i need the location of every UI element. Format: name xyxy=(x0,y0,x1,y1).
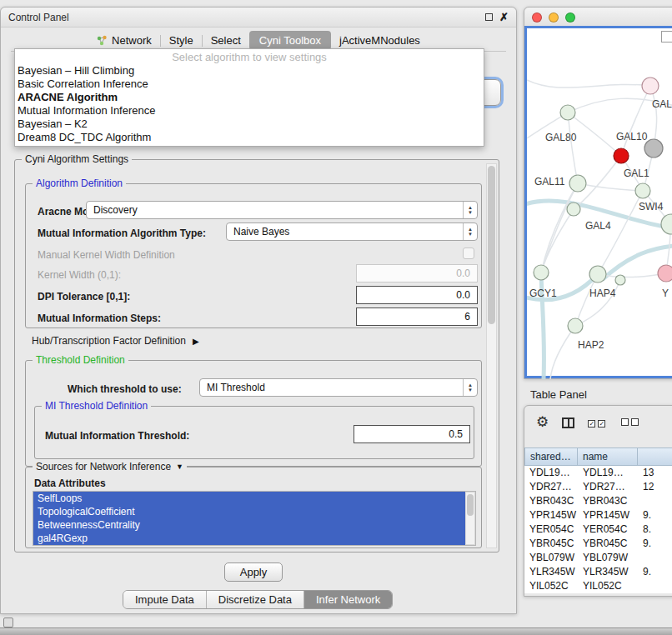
cyni-settings-group: Cyni Algorithm Settings Algorithm Defini… xyxy=(14,159,499,552)
network-node[interactable] xyxy=(534,265,549,280)
which-threshold-combo[interactable]: MI Threshold ▲▼ xyxy=(199,378,478,397)
window-title: Control Panel xyxy=(8,12,69,23)
zoom-traffic-button[interactable] xyxy=(565,12,575,22)
attribute-item-selected[interactable]: TopologicalCoefficient xyxy=(33,505,465,518)
tab-impute-data[interactable]: Impute Data xyxy=(123,591,206,608)
mi-threshold-field[interactable] xyxy=(354,425,470,443)
algorithm-option[interactable]: Bayesian – K2 xyxy=(15,118,484,131)
gear-icon[interactable]: ⚙ xyxy=(536,416,549,429)
algorithm-option-selected[interactable]: ARACNE Algorithm xyxy=(15,91,484,104)
mi-steps-label: Mutual Information Steps: xyxy=(38,312,161,324)
tab-jactivemnodules[interactable]: jActiveMNodules xyxy=(331,31,429,50)
network-node[interactable] xyxy=(567,202,580,216)
sources-group: Sources for Network Inference ▼ Data Att… xyxy=(25,467,482,548)
aracne-mode-value: Discovery xyxy=(87,204,463,216)
apply-button[interactable]: Apply xyxy=(224,562,283,582)
attribute-item-selected[interactable]: gal4RGexp xyxy=(33,532,465,545)
table-row[interactable]: YLR345WYLR345W9. xyxy=(524,565,672,579)
table-header-row: shared… name xyxy=(524,448,672,466)
settings-group-title: Cyni Algorithm Settings xyxy=(22,153,132,166)
data-attributes-list[interactable]: SelfLoops TopologicalCoefficient Between… xyxy=(33,491,476,546)
kernel-width-field[interactable] xyxy=(356,264,478,282)
collapse-arrow-icon: ▼ xyxy=(176,461,183,473)
table-row[interactable]: YER054CYER054C8. xyxy=(524,522,672,537)
node-label: SWI4 xyxy=(639,201,664,212)
deselect-all-checkboxes-icon[interactable] xyxy=(621,417,641,428)
node-label: GAL80 xyxy=(545,132,577,143)
network-node[interactable] xyxy=(569,175,586,192)
algorithm-option[interactable]: Basic Correlation Inference xyxy=(15,78,484,91)
expander-arrow-icon: ▶ xyxy=(193,337,199,346)
network-node[interactable] xyxy=(615,275,625,285)
network-node[interactable] xyxy=(589,266,606,282)
network-node[interactable] xyxy=(635,183,650,198)
minimize-traffic-button[interactable] xyxy=(549,12,559,22)
tab-style[interactable]: Style xyxy=(161,31,202,50)
aracne-mode-combo[interactable]: Discovery ▲▼ xyxy=(86,201,478,219)
sources-group-title: Sources for Network Inference xyxy=(36,461,171,473)
columns-icon[interactable] xyxy=(562,418,574,428)
table-row[interactable]: YBR043CYBR043C xyxy=(524,494,672,508)
table-row[interactable]: YDR27…YDR27…12 xyxy=(524,480,672,494)
node-label: GAL1 xyxy=(624,168,649,179)
table-toolbar: ⚙ ✓✓ xyxy=(536,416,641,429)
tab-cyni-toolbox[interactable]: Cyni Toolbox xyxy=(249,31,331,50)
sources-group-title-row[interactable]: Sources for Network Inference ▼ xyxy=(33,461,187,473)
which-threshold-value: MI Threshold xyxy=(200,382,463,393)
close-traffic-button[interactable] xyxy=(532,12,542,22)
close-icon[interactable]: ✗ xyxy=(499,13,509,22)
table-row[interactable]: YDL19…YDL19…13 xyxy=(524,466,672,480)
node-label: Y xyxy=(662,288,669,299)
network-node[interactable] xyxy=(658,265,672,282)
algorithm-option[interactable]: Mutual Information Inference xyxy=(15,104,484,118)
network-canvas[interactable]: GAL80 GAL10 GAL11 GAL1 SWI4 GAL4 GCY1 HA… xyxy=(527,30,672,379)
network-node[interactable] xyxy=(661,214,672,234)
column-header-name[interactable]: name xyxy=(578,448,638,466)
combo-stepper-icon: ▲▼ xyxy=(463,202,477,218)
mi-threshold-group: MI Threshold Definition Mutual Informati… xyxy=(34,406,474,459)
network-node[interactable] xyxy=(614,148,629,163)
column-header-extra[interactable] xyxy=(638,448,672,466)
mi-type-combo[interactable]: Naive Bayes ▲▼ xyxy=(226,222,478,241)
attribute-item-selected[interactable]: SelfLoops xyxy=(33,492,465,505)
tab-network[interactable]: Network xyxy=(88,31,160,50)
kernel-width-label: Kernel Width (0,1): xyxy=(38,269,121,281)
table-row[interactable]: YIL052CYIL052C xyxy=(524,579,672,593)
tab-network-label: Network xyxy=(112,34,152,47)
settings-scrollbar-track xyxy=(486,163,497,548)
network-node[interactable] xyxy=(568,318,583,333)
algorithm-option[interactable]: Dream8 DC_TDC Algorithm xyxy=(15,131,484,144)
dpi-tolerance-field[interactable] xyxy=(356,286,478,304)
tab-jactive-label: jActiveMNodules xyxy=(339,34,420,47)
select-all-checkboxes-icon[interactable]: ✓✓ xyxy=(588,417,608,428)
control-panel-window: Control Panel ✗ Network xyxy=(0,7,517,614)
float-window-icon[interactable] xyxy=(485,13,493,21)
manual-kernel-checkbox[interactable] xyxy=(463,248,474,259)
mi-type-value: Naive Bayes xyxy=(227,226,463,238)
mi-steps-field[interactable] xyxy=(356,308,478,326)
tab-infer-network[interactable]: Infer Network xyxy=(303,591,392,608)
node-label: GAL4 xyxy=(585,220,611,232)
network-node[interactable] xyxy=(642,78,659,94)
tab-cyni-label: Cyni Toolbox xyxy=(259,34,321,47)
attribute-item-selected[interactable]: BetweennessCentrality xyxy=(33,518,465,532)
algorithm-definition-title: Algorithm Definition xyxy=(33,178,126,190)
algorithm-option[interactable]: Bayesian – Hill Climbing xyxy=(15,64,484,78)
attributes-scrollbar-thumb[interactable] xyxy=(467,494,474,516)
table-panel-window: ⚙ ✓✓ shared… name YDL19…YDL19…13 YDR27…Y… xyxy=(524,405,672,597)
attributes-scrollbar-track xyxy=(465,492,475,545)
minimized-panel-icon[interactable] xyxy=(3,618,13,628)
tab-select[interactable]: Select xyxy=(203,31,249,50)
network-canvas-frame: GAL80 GAL10 GAL11 GAL1 SWI4 GAL4 GCY1 HA… xyxy=(524,26,672,378)
table-row[interactable]: YBL079WYBL079W xyxy=(524,551,672,565)
column-header-shared[interactable]: shared… xyxy=(524,448,578,466)
tab-discretize-data[interactable]: Discretize Data xyxy=(206,591,303,608)
combo-stepper-icon: ▲▼ xyxy=(463,223,477,240)
settings-scrollbar-thumb[interactable] xyxy=(488,166,495,324)
network-node[interactable] xyxy=(560,105,575,120)
node-label: HAP2 xyxy=(578,339,604,351)
hub-definition-expander[interactable]: Hub/Transcription Factor Definition ▶ xyxy=(32,335,199,347)
table-row[interactable]: YPR145WYPR145W9. xyxy=(524,508,672,522)
table-row[interactable]: YBR045CYBR045C9. xyxy=(524,537,672,551)
node-label: GCY1 xyxy=(529,288,557,299)
